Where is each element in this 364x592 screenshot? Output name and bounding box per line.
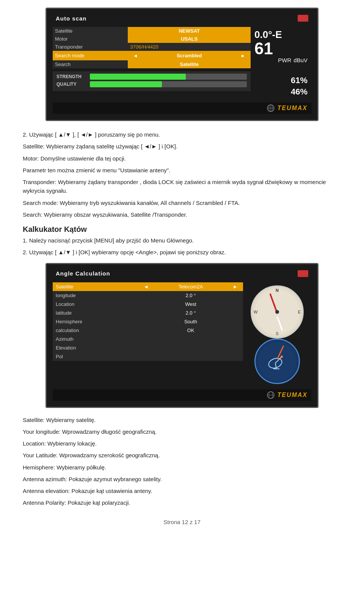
degree-display: 0.0°-E: [254, 29, 308, 40]
table-row-satellite: Satellite ◄ Telecom2A ►: [53, 282, 243, 291]
section-heading: Kalkukator Kątów: [23, 225, 341, 234]
right-arrow-icon: ►: [241, 53, 245, 58]
title-bar: Auto scan: [53, 13, 311, 23]
table-row-search-mode: Search mode ◄ Scrambled ►: [53, 51, 251, 60]
signal-section: STRENGTH QUALITY: [53, 71, 251, 91]
right-arrow-icon: ►: [233, 284, 238, 290]
table-row: Pol: [53, 352, 243, 361]
row-label: Pol: [53, 352, 138, 361]
compass-w: W: [254, 310, 257, 314]
quality-bar-fill: [90, 81, 162, 87]
compass-needle-white: [276, 316, 283, 331]
info-panel: 0.0°-E 61 PWR dBuV 61% 46%: [251, 27, 311, 100]
strength-label: STRENGTH: [56, 74, 87, 79]
table-row: Satellite NEWSAT: [53, 27, 251, 35]
table-row: Azimuth: [53, 335, 243, 343]
row-value: [138, 352, 243, 361]
quality-bar-bg: [90, 81, 247, 87]
autoscan-menu: Satellite NEWSAT Motor USALS Transponder…: [53, 27, 251, 68]
table-row: Hemisphere South: [53, 317, 243, 326]
quality-pct: 46%: [254, 86, 308, 98]
satellite-value: Telecom2A: [179, 284, 203, 290]
para-3: Motor: Domyślne ustawienie dla tej opcji…: [23, 154, 341, 163]
table-row: Elevation: [53, 343, 243, 352]
para-5: Transponder: Wybieramy żądany transponde…: [23, 178, 341, 195]
angle-menu: Satellite ◄ Telecom2A ► longitude 2.0 ° …: [53, 282, 243, 387]
pct-area: 61% 46%: [254, 75, 308, 98]
para-7: Search: Wybieramy obszar wyszukiwania, S…: [23, 210, 341, 219]
desc-azimuth: Antenna azimuth: Pokazuje azymut wybrane…: [23, 475, 341, 483]
page-number: Strona 12 z 17: [23, 519, 341, 525]
search-mode-value: Scrambled: [177, 53, 202, 58]
step-1: 1. Należy nacisnąć przycisk [MENU] aby p…: [23, 236, 341, 245]
row-value: NEWSAT: [128, 27, 251, 35]
row-label: Satellite: [53, 27, 128, 35]
brand-bar: TEUMAX: [53, 102, 311, 114]
row-label: Satellite: [53, 282, 138, 291]
para-4: Parametr ten można zmienić w menu "Ustaw…: [23, 166, 341, 175]
svg-point-6: [281, 356, 283, 358]
globe-icon: [267, 104, 275, 112]
desc-hemisphere: Hemisphere: Wybieramy półkulę.: [23, 463, 341, 472]
compass-side: N S E W: [243, 282, 311, 387]
globe-icon-2: [267, 391, 275, 399]
close-icon: [298, 15, 308, 22]
row-label: Location: [53, 300, 138, 309]
row-value: ◄ Telecom2A ►: [138, 282, 243, 291]
desc-polarity: Antenna Polarity: Pokazuje kąt polaryzac…: [23, 498, 341, 507]
row-label: Azimuth: [53, 335, 138, 343]
row-value: West: [138, 300, 243, 309]
close-icon: [298, 270, 308, 277]
row-value: ◄ Scrambled ►: [128, 51, 251, 60]
row-label: Search: [53, 60, 128, 68]
dish-svg: [266, 350, 289, 373]
strength-bar-bg: [90, 74, 247, 80]
para-1: 2. Używając [ ▲/▼ ], [ ◄/► ] poruszamy s…: [23, 130, 341, 139]
compass-n: N: [276, 288, 279, 293]
row-value: 3706/H/4420: [128, 43, 251, 51]
desc-satellite: Satellite: Wybieramy satelitę.: [23, 416, 341, 424]
left-arrow-icon: ◄: [144, 284, 149, 290]
row-label: Elevation: [53, 343, 138, 352]
row-value: 2.0 °: [138, 309, 243, 317]
row-value: Satellite: [128, 60, 251, 68]
dbuv-label: dBuV: [293, 57, 308, 63]
table-row: calculation OK: [53, 326, 243, 335]
screen-title: Auto scan: [56, 15, 87, 22]
row-label: latitude: [53, 309, 138, 317]
row-label: Transponder: [53, 43, 128, 51]
table-row: Motor USALS: [53, 35, 251, 43]
table-row: latitude 2.0 °: [53, 309, 243, 317]
pwr-row: PWR dBuV: [254, 57, 308, 63]
para-6: Search mode: Wybieramy tryb wyszukiwania…: [23, 198, 341, 207]
table-row: longitude 2.0 °: [53, 291, 243, 300]
channel-display: 61: [254, 40, 308, 57]
row-label: calculation: [53, 326, 138, 335]
row-label: Hemisphere: [53, 317, 138, 326]
compass-center-dot: [275, 310, 279, 314]
compass-s: S: [276, 331, 278, 336]
para-2: Satellite: Wybieramy żądaną satelitę uży…: [23, 142, 341, 151]
desc-latitude: Your Latitude: Wprowadzamy szerokość geo…: [23, 451, 341, 460]
quality-label: QUALITY: [56, 82, 87, 87]
angle-table: Satellite ◄ Telecom2A ► longitude 2.0 ° …: [53, 282, 243, 361]
autoscan-screenshot: Auto scan Satellite NEWSAT Motor USALS T…: [46, 8, 318, 121]
brand-name-2: TEUMAX: [277, 392, 308, 398]
angle-title: Angle Calculation: [56, 270, 110, 277]
table-row: Location West: [53, 300, 243, 309]
step-2: 2. Używając [ ▲/▼ ] i [OK] wybieramy opc…: [23, 248, 341, 257]
desc-location: Location: Wybieramy lokację.: [23, 439, 341, 448]
strength-pct: 61%: [254, 75, 308, 87]
desc-elevation: Antenna elevation: Pokazuje kąt ustawien…: [23, 487, 341, 495]
row-value: OK: [138, 326, 243, 335]
compass-rose: N S E W: [251, 285, 304, 339]
angle-content: Satellite ◄ Telecom2A ► longitude 2.0 ° …: [53, 282, 311, 387]
strength-row: STRENGTH: [56, 74, 247, 80]
row-label: longitude: [53, 291, 138, 300]
row-value: 2.0 °: [138, 291, 243, 300]
angle-screenshot: Angle Calculation Satellite ◄ Telecom2A …: [46, 263, 318, 408]
strength-bar-fill: [90, 74, 186, 80]
left-arrow-icon: ◄: [133, 53, 138, 58]
brand-name: TEUMAX: [277, 105, 308, 112]
row-value: [138, 335, 243, 343]
